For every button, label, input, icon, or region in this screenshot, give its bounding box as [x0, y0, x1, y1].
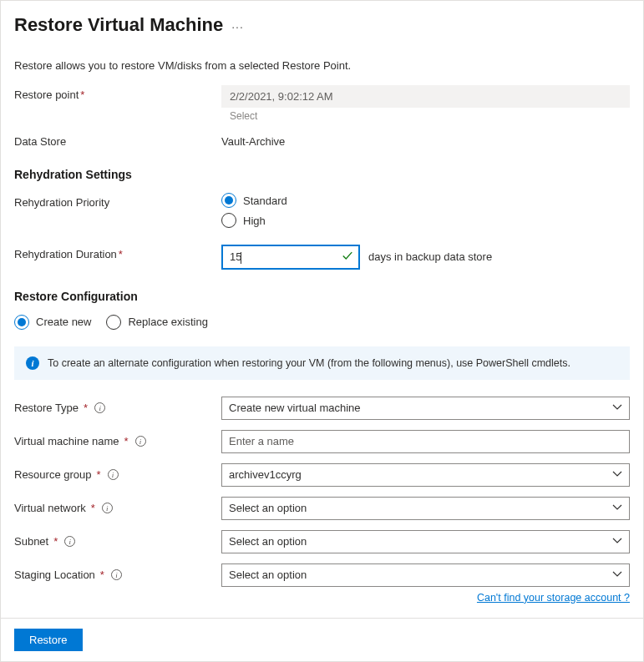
priority-high-label: High: [243, 215, 266, 227]
validation-check-icon: [342, 250, 353, 264]
resource-group-select[interactable]: archivev1ccyrg: [221, 463, 630, 487]
restore-type-label: Restore Type* i: [14, 402, 221, 414]
data-store-value: Vault-Archive: [221, 132, 630, 148]
info-icon: i: [26, 356, 39, 370]
storage-account-link[interactable]: Can't find your storage account ?: [14, 592, 630, 604]
duration-suffix: days in backup data store: [368, 250, 492, 263]
help-icon[interactable]: i: [94, 402, 105, 413]
replace-existing-radio[interactable]: Replace existing: [106, 315, 207, 330]
help-icon[interactable]: i: [102, 503, 113, 513]
restore-point-label: Restore point*: [14, 85, 221, 101]
virtual-network-label: Virtual network* i: [14, 502, 221, 514]
priority-high-radio[interactable]: High: [221, 213, 630, 228]
help-icon[interactable]: i: [111, 569, 122, 580]
rehydration-settings-heading: Rehydration Settings: [14, 168, 630, 181]
vm-name-label: Virtual machine name* i: [14, 435, 221, 447]
info-banner-text: To create an alternate configuration whe…: [48, 357, 570, 369]
page-description: Restore allows you to restore VM/disks f…: [14, 59, 630, 72]
create-new-label: Create new: [36, 316, 91, 328]
restore-config-heading: Restore Configuration: [14, 290, 630, 303]
create-new-radio[interactable]: Create new: [14, 315, 91, 330]
restore-type-select[interactable]: Create new virtual machine: [221, 397, 630, 420]
page-title: Restore Virtual Machine: [14, 14, 223, 36]
chevron-down-icon: [612, 470, 622, 479]
help-icon[interactable]: i: [135, 436, 146, 447]
chevron-down-icon: [612, 570, 622, 579]
priority-standard-radio[interactable]: Standard: [221, 193, 630, 208]
rehydration-priority-label: Rehydration Priority: [14, 193, 221, 209]
virtual-network-select[interactable]: Select an option: [221, 497, 630, 520]
vm-name-input[interactable]: [221, 430, 630, 453]
restore-point-select-link[interactable]: Select: [221, 108, 630, 122]
chevron-down-icon: [612, 503, 622, 513]
subnet-label: Subnet* i: [14, 535, 221, 548]
rehydration-duration-label: Rehydration Duration*: [14, 245, 221, 260]
priority-standard-label: Standard: [243, 195, 287, 207]
info-banner: i To create an alternate configuration w…: [14, 346, 630, 380]
resource-group-label: Resource group* i: [14, 468, 221, 481]
restore-button[interactable]: Restore: [14, 629, 83, 651]
help-icon[interactable]: i: [64, 536, 75, 547]
chevron-down-icon: [612, 537, 622, 546]
chevron-down-icon: [612, 403, 622, 412]
replace-existing-label: Replace existing: [128, 316, 207, 328]
restore-point-value[interactable]: 2/2/2021, 9:02:12 AM: [221, 85, 630, 108]
subnet-select[interactable]: Select an option: [221, 530, 630, 553]
data-store-label: Data Store: [14, 132, 221, 148]
rehydration-duration-input[interactable]: 15: [221, 245, 360, 270]
staging-location-select[interactable]: Select an option: [221, 563, 630, 587]
staging-location-label: Staging Location* i: [14, 569, 221, 581]
more-actions-button[interactable]: ···: [231, 17, 244, 33]
help-icon[interactable]: i: [108, 469, 119, 480]
